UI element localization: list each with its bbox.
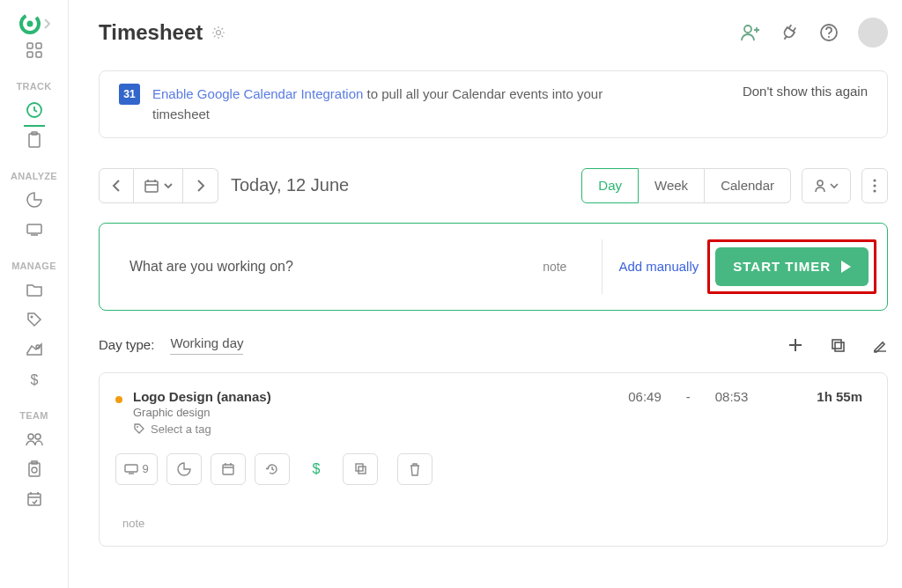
- google-calendar-icon: 31: [119, 84, 140, 105]
- svg-point-25: [873, 179, 876, 181]
- sidebar-item-apps[interactable]: [17, 215, 52, 245]
- chevron-right-icon: [43, 18, 50, 29]
- svg-point-26: [873, 184, 876, 187]
- entry-analytics-button[interactable]: [166, 453, 202, 485]
- entry-note-input[interactable]: note: [115, 517, 862, 530]
- entry-delete-button[interactable]: [397, 453, 433, 485]
- copy-day-button[interactable]: [830, 337, 846, 353]
- svg-point-17: [32, 467, 37, 473]
- highlight-start-timer: START TIMER: [707, 239, 876, 294]
- project-color-dot: [115, 396, 122, 403]
- start-timer-button[interactable]: START TIMER: [715, 247, 869, 286]
- date-nav-row: Today, 12 June Day Week Calendar: [99, 168, 888, 203]
- enable-gcal-link[interactable]: Enable Google Calendar Integration: [152, 86, 363, 101]
- google-calendar-banner: 31 Enable Google Calendar Integration to…: [99, 70, 888, 138]
- svg-rect-2: [27, 43, 33, 48]
- play-icon: [841, 261, 851, 273]
- page-title: Timesheet: [99, 20, 203, 45]
- entry-apps-button[interactable]: 9: [115, 453, 158, 485]
- svg-rect-35: [359, 467, 366, 474]
- sidebar-item-timesheet[interactable]: [17, 125, 52, 155]
- settings-icon[interactable]: [211, 26, 226, 40]
- timer-card: note Add manually START TIMER: [99, 223, 888, 311]
- help-icon[interactable]: [819, 23, 839, 42]
- invite-user-icon[interactable]: [740, 23, 761, 42]
- sidebar-item-tags[interactable]: [17, 305, 52, 334]
- sidebar-section-team: TEAM: [19, 410, 48, 421]
- sidebar-item-shifts[interactable]: [17, 454, 52, 484]
- timer-note-input[interactable]: note: [507, 260, 602, 274]
- svg-rect-29: [835, 342, 844, 351]
- svg-point-10: [30, 316, 33, 319]
- user-avatar[interactable]: [858, 18, 888, 48]
- entry-toolbar: 9 $: [115, 453, 862, 485]
- edit-day-button[interactable]: [872, 337, 888, 353]
- svg-rect-32: [223, 465, 233, 474]
- daytype-label: Day type:: [99, 337, 154, 352]
- svg-point-14: [35, 434, 41, 439]
- sidebar-item-billing[interactable]: $: [17, 364, 52, 394]
- entry-calendar-button[interactable]: [211, 453, 246, 485]
- entry-billable-button[interactable]: $: [299, 453, 334, 485]
- sidebar-item-dashboard[interactable]: [17, 35, 52, 65]
- svg-rect-28: [832, 340, 841, 349]
- sidebar: TRACK ANALYZE MANAGE $ TEAM: [0, 0, 69, 588]
- entry-start-time[interactable]: 06:49: [628, 389, 662, 404]
- entry-duration: 1h 55m: [773, 389, 862, 404]
- svg-point-13: [28, 434, 33, 439]
- entry-end-time[interactable]: 08:53: [715, 389, 749, 404]
- add-manually-link[interactable]: Add manually: [618, 259, 700, 274]
- svg-rect-5: [36, 52, 41, 57]
- sidebar-item-reports[interactable]: [17, 185, 52, 215]
- prev-day-button[interactable]: [99, 168, 134, 203]
- date-label: Today, 12 June: [231, 175, 349, 195]
- svg-rect-15: [29, 463, 40, 476]
- svg-point-24: [817, 180, 823, 186]
- tab-week[interactable]: Week: [639, 168, 705, 203]
- time-entry-card[interactable]: Logo Design (ananas) Graphic design Sele…: [99, 372, 888, 547]
- user-filter-dropdown[interactable]: [802, 168, 851, 203]
- svg-point-22: [828, 36, 830, 38]
- app-logo[interactable]: [18, 12, 50, 35]
- svg-point-27: [873, 189, 876, 192]
- entry-title: Logo Design (ananas): [133, 389, 271, 404]
- entry-time-sep: -: [686, 389, 691, 404]
- sidebar-item-team[interactable]: [17, 424, 52, 454]
- page-header: Timesheet: [99, 18, 888, 48]
- add-entry-button[interactable]: [787, 337, 803, 353]
- integrations-icon[interactable]: [780, 23, 800, 42]
- timer-description-input[interactable]: [129, 259, 507, 275]
- entry-tag-select[interactable]: Select a tag: [133, 423, 271, 436]
- svg-rect-23: [145, 181, 158, 192]
- sidebar-item-schedule[interactable]: [17, 484, 52, 514]
- svg-rect-7: [29, 134, 40, 147]
- entry-history-button[interactable]: [255, 453, 290, 485]
- daytype-dropdown[interactable]: Working day: [170, 335, 243, 355]
- main-content: Timesheet 31 Enable Google Calendar Inte…: [69, 0, 902, 588]
- sidebar-section-track: TRACK: [17, 81, 52, 92]
- svg-rect-3: [36, 43, 41, 48]
- calendar-picker-button[interactable]: [134, 168, 183, 203]
- svg-point-30: [137, 426, 138, 428]
- svg-rect-4: [27, 52, 33, 57]
- tab-calendar[interactable]: Calendar: [705, 168, 791, 203]
- sidebar-item-location[interactable]: [17, 334, 52, 364]
- svg-rect-34: [356, 464, 363, 471]
- svg-point-19: [217, 31, 221, 35]
- banner-dismiss[interactable]: Don't show this again: [743, 84, 868, 99]
- entry-copy-button[interactable]: [343, 453, 378, 485]
- svg-point-1: [26, 21, 33, 27]
- more-options-button[interactable]: [861, 168, 888, 203]
- next-day-button[interactable]: [183, 168, 218, 203]
- svg-text:$: $: [30, 372, 38, 387]
- sidebar-item-projects[interactable]: [17, 275, 52, 305]
- sidebar-section-manage: MANAGE: [11, 261, 56, 271]
- svg-point-20: [744, 26, 751, 33]
- svg-rect-31: [125, 465, 137, 472]
- tab-day[interactable]: Day: [581, 168, 639, 203]
- start-timer-label: START TIMER: [733, 259, 831, 274]
- svg-text:$: $: [313, 461, 321, 476]
- sidebar-item-timer[interactable]: [17, 95, 52, 125]
- entry-subtitle: Graphic design: [133, 406, 271, 419]
- svg-rect-9: [27, 224, 41, 233]
